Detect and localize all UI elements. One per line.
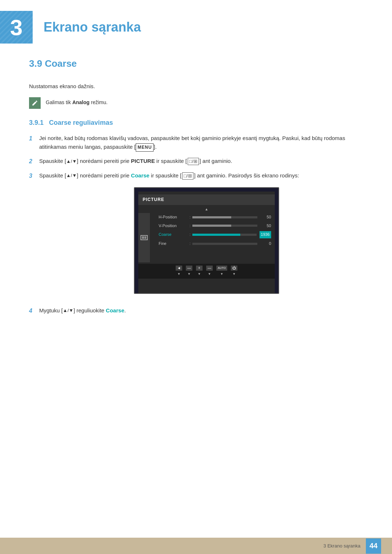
picture-label: PICTURE — [131, 158, 155, 164]
subsection-title: 3.9.1 Coarse reguliavimas — [29, 119, 363, 127]
btn-label: ▼ — [177, 271, 181, 276]
bar-bg — [192, 225, 257, 227]
row-label: Fine — [159, 241, 188, 247]
power-icon: ⏻ — [231, 266, 237, 271]
bar-container — [192, 216, 257, 218]
body-text: Nustatomas ekrano dažnis. — [29, 82, 363, 91]
page-footer: 3 Ekrano sąranka 44 — [0, 538, 392, 554]
step-number: 1 — [29, 134, 39, 143]
list-item: 3 Spauskite [▲/▼] norėdami pereiti prie … — [29, 171, 363, 301]
bar-bg — [192, 234, 256, 236]
section-number: 3.9 — [29, 58, 42, 69]
bar-bg — [192, 243, 257, 245]
step-content: Jei norite, kad būtų rodomas klavišų vad… — [39, 134, 363, 152]
osd-bottom-bar: ◄ ▼ — ▼ + ▼ — [138, 264, 275, 278]
btn-label: ▼ — [188, 271, 191, 276]
note-icon — [29, 97, 41, 109]
left-icon: ◄ — [176, 266, 182, 271]
osd-btn-right: — ▼ — [206, 266, 213, 276]
bar-fill — [192, 225, 231, 227]
bar-fill-teal — [192, 234, 240, 236]
step-number: 3 — [29, 171, 39, 181]
steps-list: 1 Jei norite, kad būtų rodomas klavišų v… — [29, 134, 363, 315]
note-text: Galimas tik Analog režimu. — [46, 97, 107, 105]
step-content: Mygtuku [▲/▼] reguliuokite Coarse. — [39, 306, 363, 315]
section-heading: Coarse — [45, 58, 77, 69]
row-label: H-Position — [159, 214, 188, 221]
list-item: 2 Spauskite [▲/▼] norėdami pereiti prie … — [29, 157, 363, 166]
osd-row: H-Position : 50 — [151, 213, 275, 222]
osd-header: PICTURE — [138, 194, 275, 205]
bar-container — [192, 243, 257, 245]
minus-icon: — — [186, 266, 192, 271]
row-value: 0 — [260, 241, 271, 247]
bar-fill — [192, 216, 231, 218]
step-content: Spauskite [▲/▼] norėdami pereiti prie Co… — [39, 171, 363, 301]
osd-up-arrow: ▲ — [138, 206, 275, 212]
section-title: 3.9 Coarse — [29, 58, 363, 73]
chapter-box: 3 — [0, 11, 33, 44]
subsection-heading: Coarse reguliavimas — [49, 119, 113, 126]
coarse-label: Coarse — [131, 172, 150, 178]
enter-icon: □/⊞ — [182, 172, 193, 180]
chapter-title: Ekrano sąranka — [44, 20, 141, 35]
osd-btn-left: ◄ ▼ — [176, 266, 182, 276]
row-value: 50 — [260, 223, 271, 229]
monitor-screenshot: PICTURE ▲ — [50, 187, 363, 294]
nav-arrows: ▲/▼ — [63, 307, 73, 315]
btn-label: ▼ — [220, 271, 224, 276]
bar-container — [192, 234, 256, 236]
btn-label: ▼ — [208, 271, 211, 276]
step-number: 2 — [29, 157, 39, 166]
osd-btn-auto: AUTO ▼ — [216, 266, 227, 276]
note-box: Galimas tik Analog režimu. — [29, 97, 363, 109]
osd-rows: H-Position : 50 — [151, 213, 275, 262]
row-value: 50 — [260, 214, 271, 221]
osd-row-selected: Coarse : 1936 — [151, 230, 275, 239]
osd-row: Fine : 0 — [151, 239, 275, 248]
right-icon: — — [206, 266, 213, 271]
enter-icon: □/⊞ — [188, 158, 199, 165]
coarse-text: Coarse — [106, 307, 124, 313]
row-label: V-Position — [159, 223, 188, 229]
list-item: 4 Mygtuku [▲/▼] reguliuokite Coarse. — [29, 306, 363, 316]
nav-arrows: ▲/▼ — [66, 172, 77, 180]
row-value-highlight: 1936 — [260, 231, 271, 238]
page-header: 3 Ekrano sąranka — [0, 0, 392, 51]
monitor-screen: PICTURE ▲ — [134, 187, 279, 294]
page-number: 44 — [366, 538, 381, 554]
osd-btn-minus: — ▼ — [186, 266, 192, 276]
footer-text: 3 Ekrano sąranka — [323, 543, 360, 549]
btn-label: ▼ — [233, 271, 236, 276]
osd-btn-power: ⏻ ▼ — [231, 266, 237, 276]
list-item: 1 Jei norite, kad būtų rodomas klavišų v… — [29, 134, 363, 152]
page-content: 3.9 Coarse Nustatomas ekrano dažnis. Gal… — [0, 58, 392, 352]
nav-arrows: ▲/▼ — [66, 158, 77, 165]
osd-menu: PICTURE ▲ — [138, 192, 275, 293]
plus-icon: + — [196, 266, 203, 271]
menu-key: MENU — [136, 143, 154, 152]
auto-icon: AUTO — [216, 266, 227, 271]
step-content: Spauskite [▲/▼] norėdami pereiti prie PI… — [39, 157, 363, 165]
bar-bg — [192, 216, 257, 218]
row-label: Coarse — [159, 231, 188, 238]
bar-container — [192, 225, 257, 227]
osd-btn-plus: + ▼ — [196, 266, 203, 276]
btn-label: ▼ — [198, 271, 201, 276]
osd-row: V-Position : 50 — [151, 222, 275, 230]
step-number: 4 — [29, 306, 39, 316]
chapter-number: 3 — [10, 15, 23, 40]
pencil-icon — [32, 100, 38, 106]
subsection-number: 3.9.1 — [29, 119, 44, 126]
